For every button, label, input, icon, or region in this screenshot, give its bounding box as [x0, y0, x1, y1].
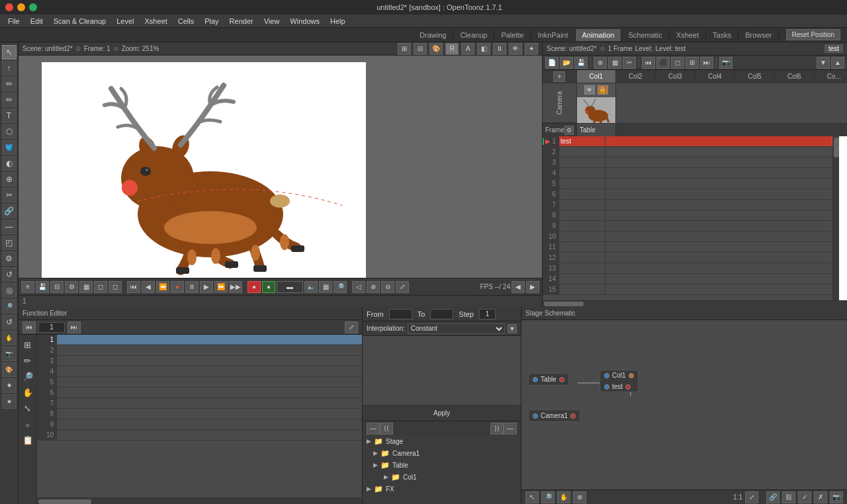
vt-red[interactable]: ● — [247, 281, 261, 293]
xs-new[interactable]: 📄 — [545, 57, 558, 69]
viewer-grid-btn[interactable]: ⊞ — [398, 43, 411, 55]
vt-box2[interactable]: ◻ — [109, 281, 122, 293]
tool-hand[interactable]: ✋ — [2, 331, 17, 345]
vt-pause[interactable]: ⏸ — [185, 281, 199, 293]
close-button[interactable] — [5, 3, 13, 11]
xs-t2[interactable]: ▦ — [608, 57, 621, 69]
tool-rotate[interactable]: ↺ — [2, 315, 17, 329]
fe-tool1[interactable]: ⊞ — [21, 337, 35, 352]
row7-col1[interactable] — [559, 200, 605, 210]
func-row-3[interactable]: 3 — [37, 356, 362, 366]
maximize-button[interactable] — [29, 3, 37, 11]
vt-prev[interactable]: ⏮ — [127, 281, 140, 293]
reset-position-button[interactable]: Reset Position — [786, 29, 840, 40]
row3-col1[interactable] — [559, 157, 605, 167]
menu-scan-cleanup[interactable]: Scan & Cleanup — [48, 16, 112, 26]
tree-item-table[interactable]: ▶ 📁 Table — [363, 459, 521, 471]
vt-green[interactable]: ● — [262, 281, 275, 293]
xsheet-tab[interactable]: test — [825, 44, 843, 53]
col6-header[interactable]: Col6 — [775, 70, 815, 83]
table-row[interactable]: 9 — [543, 221, 832, 231]
tool-fill[interactable]: ⬡ — [2, 124, 17, 139]
xs-frame-settings[interactable]: ⚙ — [564, 126, 574, 135]
tool-select2[interactable]: ↑ — [2, 61, 17, 75]
viewer-alpha-btn[interactable]: A — [461, 43, 474, 55]
table-row[interactable]: 2 — [543, 147, 832, 157]
menu-cells[interactable]: Cells — [173, 16, 199, 26]
tool-tape[interactable]: ⊕ — [2, 172, 17, 187]
table-row[interactable]: 12 — [543, 253, 832, 263]
func-row-8[interactable]: 8 — [37, 409, 362, 419]
menu-windows[interactable]: Windows — [285, 16, 325, 26]
viewer-pause-btn[interactable]: ⏸ — [493, 43, 506, 55]
viewer-eye-btn[interactable]: 👁 — [509, 43, 522, 55]
row2-col1[interactable] — [559, 147, 605, 157]
xs-t3[interactable]: ✂ — [623, 57, 636, 69]
row6-col1[interactable] — [559, 189, 605, 199]
node-col1[interactable]: Col1 test — [600, 370, 639, 392]
vt-prev-frame[interactable]: ⊟ — [50, 281, 64, 293]
func-row-4[interactable]: 4 — [37, 366, 362, 377]
fe-tool6[interactable]: ⬦ — [21, 417, 35, 431]
tool-finger[interactable]: ✦ — [2, 378, 17, 393]
tab-palette[interactable]: Palette — [494, 29, 531, 41]
st-hand[interactable]: ✋ — [557, 491, 570, 503]
window-controls[interactable] — [5, 3, 37, 11]
vt-audio[interactable]: 🔈 — [304, 281, 318, 293]
tool-rgb[interactable]: 🎨 — [2, 362, 17, 377]
node-camera1[interactable]: Camera1 — [528, 409, 580, 422]
viewer-rgb-btn[interactable]: R — [445, 43, 459, 55]
colmore-header[interactable]: Co... — [815, 70, 847, 83]
table-row[interactable]: 8 — [543, 210, 832, 221]
xs-expand[interactable]: ▲ — [831, 57, 844, 69]
col5-header[interactable]: Col5 — [735, 70, 775, 83]
vt-grid2[interactable]: ▦ — [79, 281, 93, 293]
menu-level[interactable]: Level — [111, 16, 139, 26]
menu-render[interactable]: Render — [224, 16, 259, 26]
vt-next-step[interactable]: ▶▶ — [229, 281, 242, 293]
row15-col1[interactable] — [559, 284, 605, 294]
viewer-color-btn[interactable]: 🎨 — [429, 43, 443, 55]
tree-item-stage[interactable]: ▶ 📁 Stage — [363, 435, 521, 447]
fe-tool4[interactable]: ✋ — [21, 385, 35, 399]
row10-col1[interactable] — [559, 231, 605, 241]
vt-next[interactable]: ⏩ — [214, 281, 228, 293]
vt-settings2[interactable]: ⚙ — [65, 281, 78, 293]
tool-bender[interactable]: 🔗 — [2, 204, 17, 218]
viewer-settings-btn[interactable]: ✦ — [525, 43, 538, 55]
st-fit[interactable]: ⤢ — [745, 491, 758, 503]
vt-menu[interactable]: ≡ — [21, 281, 34, 293]
fe-hscroll[interactable] — [38, 499, 91, 504]
xsheet-vscroll-thumb[interactable] — [834, 138, 839, 157]
row12-col1[interactable] — [559, 253, 605, 263]
tool-magnet[interactable]: ↺ — [2, 267, 17, 282]
table-row[interactable]: 15 — [543, 284, 832, 295]
table-row[interactable]: 5 — [543, 179, 832, 189]
fe-tool2[interactable]: ✏ — [21, 353, 35, 368]
vt-shrink[interactable]: ◁ — [352, 281, 365, 293]
kf-interp-next[interactable]: ⟩⟩ — [490, 423, 504, 435]
table-row[interactable]: ▶1 test — [543, 136, 832, 147]
fe-tool7[interactable]: 📋 — [21, 433, 35, 447]
table-row[interactable]: 4 — [543, 168, 832, 179]
to-input[interactable] — [430, 309, 453, 319]
st-link1[interactable]: 🔗 — [766, 491, 780, 503]
tool-eraser[interactable]: ◐ — [2, 156, 17, 171]
interpolation-select[interactable]: Constant Linear Speed In/Out Ease In/Out — [408, 323, 505, 334]
row5-col1[interactable] — [559, 179, 605, 189]
table-row[interactable]: 14 — [543, 274, 832, 284]
table-row[interactable]: 3 — [543, 157, 832, 168]
tool-type[interactable]: T — [2, 108, 17, 123]
tab-inknpaint[interactable]: InknPaint — [531, 29, 576, 41]
tab-tasks[interactable]: Tasks — [706, 29, 738, 41]
vt-prev-step[interactable]: ◀ — [142, 281, 155, 293]
tree-item-fx[interactable]: ▶ 📁 FX — [363, 483, 521, 495]
fe-frame-input[interactable] — [38, 322, 65, 333]
kf-next-btn[interactable]: — — [504, 423, 517, 435]
tab-animation[interactable]: Animation — [576, 29, 622, 41]
row9-col1[interactable] — [559, 221, 605, 231]
xs-save[interactable]: 💾 — [574, 57, 588, 69]
fe-prev[interactable]: ⏮ — [22, 321, 36, 333]
vt-blue-bar[interactable]: ▬ — [277, 281, 303, 293]
tab-cleanup[interactable]: Cleanup — [453, 29, 494, 41]
